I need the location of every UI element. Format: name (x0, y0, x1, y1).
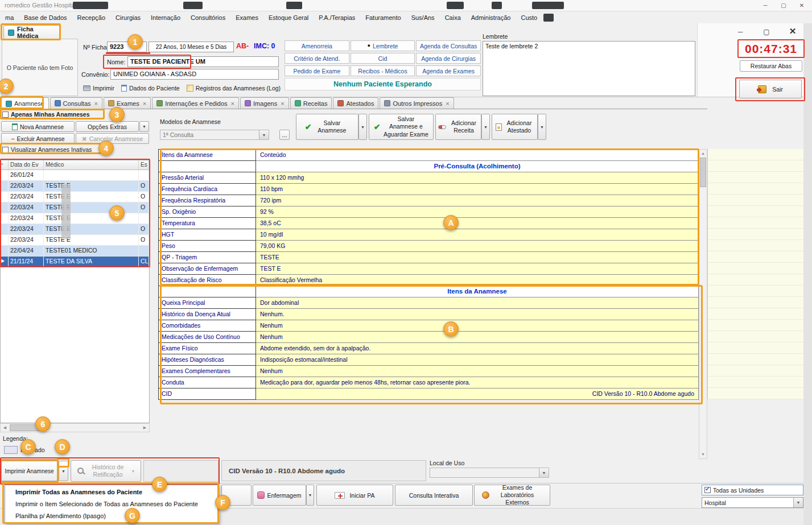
menu-item-exames[interactable]: Exames (230, 14, 263, 21)
tab-close-icon[interactable]: × (446, 100, 449, 107)
anamnese-list-row[interactable]: 22/03/24TESTE E (1, 213, 149, 224)
anamnese-item-row[interactable]: CondutaMedicação para dor, aguardar pelo… (158, 377, 699, 388)
anamnese-item-row[interactable]: Exames ComplementaresNenhum (158, 366, 699, 377)
tab-atestados[interactable]: Atestados (333, 97, 378, 109)
scroll-down-icon[interactable]: ▼ (699, 451, 707, 458)
menu-item-custo[interactable]: Custo (516, 14, 542, 21)
col-medico[interactable]: Médico (44, 160, 139, 170)
quick-button-agenda-de-consultas[interactable]: Agenda de Consultas (416, 40, 481, 51)
salvar-anamnese-dropdown[interactable]: ▼ (358, 114, 367, 140)
lembrete-textarea[interactable]: Teste de lembrete 2 (483, 41, 695, 96)
menu-item-cirurgias[interactable]: Cirurgias (110, 14, 146, 21)
imprimir-button[interactable]: Imprimir (83, 85, 114, 92)
scroll-left-icon[interactable]: ◀ (1, 424, 9, 431)
anamnese-item-row[interactable]: Hipóteses DiagnósticasIndisposição estom… (158, 354, 699, 366)
tab-anamnese[interactable]: Anamnese (1, 97, 49, 109)
convenio-field[interactable]: UNIMED GOIANIA - ASDASD (110, 69, 279, 80)
quick-button-recibos-medicos[interactable]: Recibos - Médicos (351, 65, 415, 76)
anamnese-list-row[interactable]: 22/03/24TESTE EO (1, 181, 149, 192)
col-especialidade[interactable]: Es (139, 160, 149, 170)
unidade-combobox[interactable]: Hospital ▼ (702, 497, 803, 508)
adicionar-atestado-button[interactable]: Adicionar Atestado (492, 114, 538, 140)
tab-ficha-medica[interactable]: Ficha Médica (3, 25, 60, 40)
child-close-icon[interactable]: ✕ (785, 25, 801, 38)
enfermagem-dropdown[interactable]: ▼ (306, 485, 314, 506)
sair-button[interactable]: Sair (739, 80, 802, 98)
scroll-right-icon[interactable]: ▶ (141, 424, 149, 431)
anamnese-item-row[interactable]: Queixa PrincipalDor abdominal (158, 297, 699, 309)
context-menu-item-2[interactable]: Imprimir o Item Selecionado de Todas as … (5, 498, 219, 510)
quick-button-cid[interactable]: Cid (351, 53, 415, 64)
anamnese-item-row[interactable]: Frequência Cardíaca110 bpm (158, 184, 699, 195)
menu-item-ma[interactable]: ma (0, 14, 19, 21)
enfermagem-button[interactable]: Enfermagem (253, 485, 306, 506)
scrollbar-thumb[interactable] (700, 158, 706, 187)
anamnese-item-row[interactable]: Exame FísicoAbdome extendido, sem dor à … (158, 343, 699, 354)
child-minimize-icon[interactable]: ─ (732, 26, 748, 38)
patient-name-field[interactable]: TESTE DE PACIENTE UM (127, 56, 279, 67)
anamnese-item-row[interactable]: Classificação de RiscoClassificação Verm… (158, 275, 699, 286)
historico-retificacao-button[interactable]: Histórico de Retificação ▼ (71, 460, 141, 482)
anamnese-item-row[interactable]: Sp. Oxigênio92 % (158, 206, 699, 218)
anamnese-item-row[interactable]: Histórico da Doença AtualNenhum. (158, 309, 699, 320)
tab-close-icon[interactable]: × (231, 100, 234, 107)
tab-exames[interactable]: Exames× (104, 97, 151, 109)
apenas-minhas-checkbox[interactable]: Apenas Minhas Anamneses (2, 111, 90, 118)
dados-paciente-button[interactable]: Dados do Paciente (121, 85, 180, 92)
iniciar-pa-button[interactable]: Iniciar PA (316, 485, 393, 506)
anamnese-item-row[interactable]: CIDCID Versão 10 - R10.0 Abdome agudo (158, 388, 699, 400)
quick-button-lembrete[interactable]: ●Lembrete (351, 40, 415, 51)
menu-item-sus-ans[interactable]: Sus/Ans (406, 14, 440, 21)
anamnese-item-row[interactable]: Observação de EnfermagemTEST E (158, 263, 699, 275)
tab-close-icon[interactable]: × (94, 100, 98, 107)
tab-consultas[interactable]: Consultas× (50, 97, 102, 109)
anamnese-item-row[interactable]: Temperatura38,5 oC (158, 218, 699, 229)
anamnese-item-row[interactable]: Medicações de Uso ContínuoNenhum (158, 332, 699, 343)
registros-log-button[interactable]: Registros das Anamneses (Log) (187, 85, 281, 92)
context-menu-item-3[interactable]: Planilha p/ Atendimento (Ipasgo) (5, 510, 219, 522)
anamnese-item-row[interactable]: HGT10 mg/dl (158, 229, 699, 241)
consulta-interativa-button[interactable]: Consulta Interativa (395, 485, 473, 506)
menu-item-internacao[interactable]: Internação (146, 14, 186, 21)
tab-internacoes-e-pedidos[interactable]: Internações e Pedidos× (152, 97, 239, 109)
menu-item-estoque-geral[interactable]: Estoque Geral (263, 14, 314, 21)
opcoes-extras-dropdown[interactable]: ▼ (139, 121, 149, 132)
col-data-evolucao[interactable]: Data do Ev (9, 160, 44, 170)
menu-item-caixa[interactable]: Caixa (440, 14, 466, 21)
minimize-icon[interactable]: ─ (756, 0, 774, 11)
tab-close-icon[interactable]: × (281, 100, 284, 107)
scroll-up-icon[interactable]: ▲ (699, 150, 707, 157)
anamnese-list-row[interactable]: 22/03/24TESTE EO (1, 235, 149, 246)
anamnese-list-row[interactable]: 22/03/24TESTE EO (1, 192, 149, 202)
menu-item-recepcao[interactable]: Recepção (72, 14, 111, 21)
menu-item-base-de-dados[interactable]: Base de Dados (19, 14, 72, 21)
adicionar-receita-dropdown[interactable]: ▼ (481, 114, 490, 140)
anamnese-list-row[interactable]: 22/03/24TESTE EO (1, 224, 149, 235)
salvar-anamnese-button[interactable]: ✔ Salvar Anamnese (296, 114, 358, 140)
excluir-anamnese-button[interactable]: − Excluir Anamnese (1, 133, 75, 144)
context-menu-item-1[interactable]: Imprimir Todas as Anamneses do Paciente (5, 486, 219, 498)
quick-button-criterio-de-atend[interactable]: Critério de Atend. (285, 53, 349, 64)
anamnese-list-row[interactable]: 22/03/24TESTE EO (1, 202, 149, 213)
anamnese-list-row[interactable]: 26/01/24 (1, 170, 149, 181)
exames-laboratorios-button[interactable]: Exames de Laboratórios Externos (474, 485, 550, 506)
todas-unidades-checkbox[interactable]: Todas as Unidades (702, 485, 803, 495)
grid-vertical-scrollbar[interactable]: ▲ ▼ (699, 149, 707, 459)
anamnese-item-row[interactable]: Frequência Respiratória720 ipm (158, 195, 699, 206)
menu-item-p-a-terapias[interactable]: P.A./Terapias (314, 14, 360, 21)
salvar-aguardar-exame-button[interactable]: ✔ Salvar Anamnese e Aguardar Exame (369, 114, 434, 140)
quick-button-agenda-de-cirurgias[interactable]: Agenda de Cirurgias (416, 53, 481, 64)
anamnese-item-row[interactable]: QP - TriagemTESTE (158, 252, 699, 263)
modelos-more-button[interactable]: ... (279, 130, 290, 140)
anamnese-item-row[interactable]: Peso79,00 KG (158, 241, 699, 252)
adicionar-atestado-dropdown[interactable]: ▼ (538, 114, 546, 140)
tab-outros-impressos[interactable]: Outros Impressos× (380, 97, 454, 109)
visualizar-inativas-checkbox[interactable]: Visualizar Anamneses Inativas (2, 146, 92, 153)
menu-item-faturamento[interactable]: Faturamento (360, 14, 406, 21)
nova-anamnese-button[interactable]: Nova Anamnese (1, 121, 75, 132)
quick-button-amenorreia[interactable]: Amenorreia (285, 40, 349, 51)
quick-button-agenda-de-exames[interactable]: Agenda de Exames (416, 65, 481, 76)
quick-button-pedido-de-exame[interactable]: Pedido de Exame (285, 65, 349, 76)
maximize-icon[interactable]: ▢ (774, 0, 793, 11)
local-de-uso-combobox[interactable]: ▼ (430, 468, 549, 478)
